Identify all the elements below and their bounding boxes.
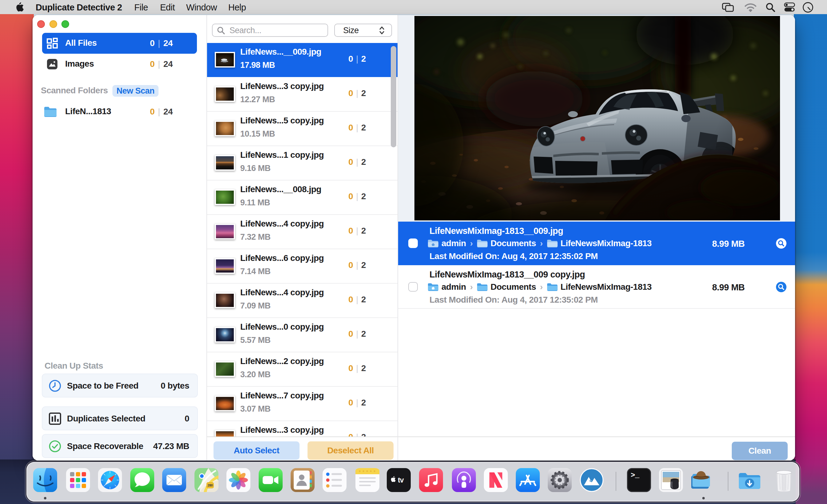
- svg-text:280: 280: [208, 484, 213, 487]
- svg-text:>_: >_: [631, 471, 640, 480]
- svg-text:tv: tv: [398, 476, 404, 484]
